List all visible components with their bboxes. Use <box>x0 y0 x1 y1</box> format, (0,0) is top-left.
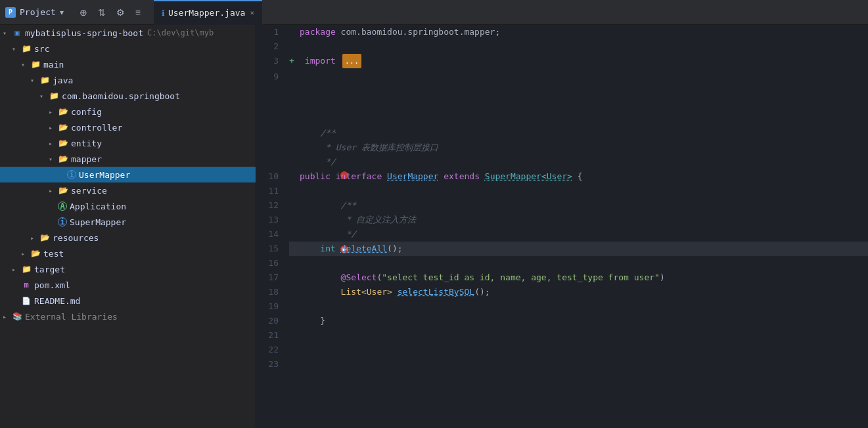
add-icon[interactable]: ⊕ <box>77 6 90 19</box>
arrow-src <box>12 45 21 53</box>
title-bar: P Project ▾ ⊕ ⇅ ⚙ ≡ ℹ UserMapper.java × <box>0 0 868 25</box>
path-mybatisplus: C:\dev\git\myb <box>147 28 214 37</box>
label-supermapper: SuperMapper <box>70 217 126 227</box>
annotation-select: @Select <box>300 270 377 285</box>
folder-com-icon: 📁 <box>49 91 59 101</box>
label-resources: resources <box>53 233 99 243</box>
label-com: com.baomidou.springboot <box>62 91 180 101</box>
code-editor[interactable]: 1 2 3 9 10 11 12 13 14 15 16 17 18 19 20… <box>256 25 868 428</box>
kw-extends: extends <box>444 169 480 184</box>
project-icon: P <box>5 7 16 18</box>
sidebar-item-com[interactable]: 📁 com.baomidou.springboot <box>0 88 256 104</box>
class-usermapper: UserMapper <box>387 169 438 184</box>
settings-icon[interactable]: ⚙ <box>114 6 127 19</box>
code-line-1: package com.baomidou.springboot.mapper; <box>289 25 868 39</box>
sidebar-item-entity[interactable]: 📂 entity <box>0 135 256 151</box>
code-line-19 <box>289 256 868 270</box>
java-green-application-icon: A <box>58 202 67 211</box>
folder-target-icon: 📁 <box>21 264 32 274</box>
code-line-21: List<User> selectListBySQL (); <box>289 285 868 299</box>
method-selectlistbysql: selectListBySQL <box>398 285 474 299</box>
java-info-usermapper-icon: i <box>67 170 76 179</box>
folder-mapper-icon: 📂 <box>58 154 68 164</box>
folder-config-icon: 📂 <box>58 106 68 117</box>
code-line-17: */ <box>289 227 868 242</box>
sidebar-item-mapper[interactable]: 📂 mapper <box>0 151 256 167</box>
code-line-16: * 自定义注入方法 <box>289 213 868 227</box>
label-java: java <box>53 75 73 85</box>
arrow-com <box>39 93 49 100</box>
cmt-method-open: /** <box>300 198 356 213</box>
import-space <box>336 54 341 68</box>
sidebar-item-main[interactable]: 📁 main <box>0 56 256 72</box>
sidebar-item-pom[interactable]: m pom.xml <box>0 277 256 293</box>
code-line-2 <box>289 39 868 54</box>
kw-import: import <box>300 54 336 68</box>
sidebar-item-java[interactable]: 📁 java <box>0 72 256 88</box>
folder-test-icon: 📂 <box>30 248 41 259</box>
code-line-10: /** <box>289 126 868 140</box>
cmt-method-close: */ <box>300 227 356 242</box>
code-line-12: */ <box>289 155 868 169</box>
menu-icon[interactable]: ≡ <box>133 6 143 19</box>
label-entity: entity <box>71 139 102 148</box>
folder-resources-icon: 📂 <box>39 232 50 243</box>
arrow-external-libs <box>3 313 12 320</box>
label-application: Application <box>70 202 126 211</box>
code-line-11: * User 表数据库控制层接口 <box>289 140 868 155</box>
folder-main-icon: 📁 <box>30 59 41 70</box>
sidebar-item-src[interactable]: 📁 src <box>0 41 256 56</box>
sidebar-item-application[interactable]: A Application <box>0 198 256 214</box>
label-pom: pom.xml <box>34 280 70 290</box>
arrow-config <box>49 108 58 116</box>
sidebar-item-external-libs[interactable]: 📚 External Libraries <box>0 309 256 324</box>
tab-label: UserMapper.java <box>168 8 245 18</box>
tab-usermapper[interactable]: ℹ UserMapper.java × <box>154 0 262 25</box>
sidebar-item-target[interactable]: 📁 target <box>0 261 256 277</box>
sidebar-item-config[interactable]: 📂 config <box>0 104 256 119</box>
label-service: service <box>71 186 107 196</box>
tabs-area: ℹ UserMapper.java × <box>154 0 863 25</box>
arrow-mybatisplus <box>3 30 12 37</box>
sidebar-item-readme[interactable]: 📄 README.md <box>0 293 256 309</box>
pom-icon: m <box>21 280 32 290</box>
folder-controller-icon: 📂 <box>58 122 68 133</box>
sidebar-item-resources[interactable]: 📂 resources <box>0 230 256 246</box>
label-external-libs: External Libraries <box>25 312 118 322</box>
tab-close-button[interactable]: × <box>250 9 254 17</box>
code-line-18: ▶ int deleteAll (); <box>289 242 868 256</box>
cmt-javadoc-open: /** <box>300 126 336 140</box>
cmt-javadoc-close: */ <box>300 155 336 169</box>
sync-icon[interactable]: ⇅ <box>95 6 108 19</box>
sidebar-item-supermapper[interactable]: i SuperMapper <box>0 214 256 230</box>
external-libs-icon: 📚 <box>12 311 22 322</box>
sidebar-item-test[interactable]: 📂 test <box>0 246 256 261</box>
label-mapper: mapper <box>71 154 102 164</box>
label-mybatisplus: mybatisplus-spring-boot <box>25 28 143 38</box>
arrow-resources <box>30 234 39 242</box>
code-line-22 <box>289 299 868 314</box>
sidebar-item-controller[interactable]: 📂 controller <box>0 119 256 135</box>
label-readme: README.md <box>34 296 80 306</box>
project-folder-icon: ▣ <box>12 28 22 38</box>
java-info-supermapper-icon: i <box>58 217 67 226</box>
toolbar-icons: ⊕ ⇅ ⚙ ≡ <box>77 6 143 19</box>
project-dropdown[interactable]: ▾ <box>60 8 64 17</box>
sidebar-item-mybatisplus[interactable]: ▣ mybatisplus-spring-boot C:\dev\git\myb <box>0 25 256 41</box>
import-collapsed[interactable]: ... <box>342 54 362 68</box>
label-test: test <box>43 249 64 259</box>
label-controller: controller <box>71 123 122 133</box>
folder-entity-icon: 📂 <box>58 138 68 148</box>
arrow-test <box>21 250 30 257</box>
sidebar-item-service[interactable]: 📂 service <box>0 182 256 198</box>
sidebar-item-usermapper[interactable]: i UserMapper <box>0 167 256 182</box>
arrow-entity <box>49 140 58 147</box>
string-sql: "select test_id as id, name, age, test_t… <box>382 270 660 285</box>
kw-package: package <box>300 25 336 39</box>
code-area[interactable]: package com.baomidou.springboot.mapper; … <box>284 25 868 428</box>
kw-int: int <box>300 242 336 256</box>
readme-icon: 📄 <box>21 295 32 306</box>
type-list: List<User> <box>300 285 392 299</box>
code-line-20: @Select ( "select test_id as id, name, a… <box>289 270 868 285</box>
project-label[interactable]: P Project ▾ <box>5 7 64 18</box>
